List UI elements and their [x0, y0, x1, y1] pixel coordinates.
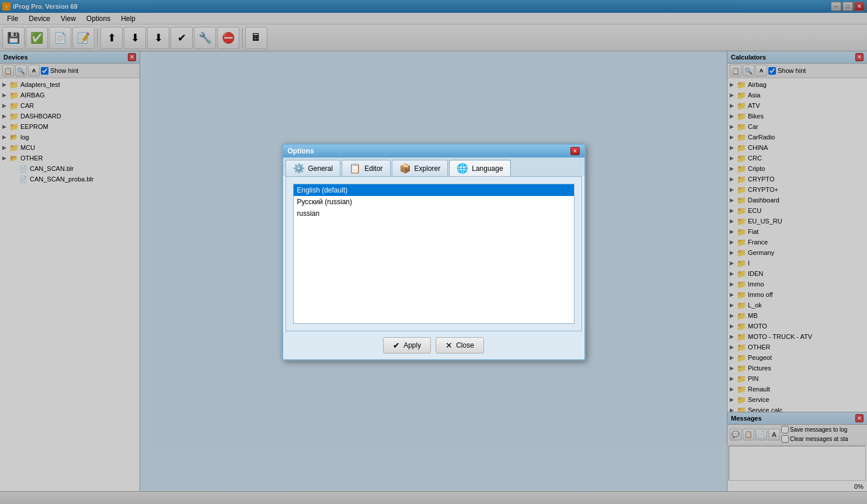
tab-editor-label: Editor: [364, 164, 382, 173]
apply-icon: ✔: [393, 341, 400, 350]
apply-label: Apply: [403, 341, 421, 349]
options-dialog: Options ✕ ⚙️ General 📋 Editor 📦 Explorer…: [282, 144, 586, 360]
explorer-tab-icon: 📦: [399, 163, 411, 174]
options-close-button[interactable]: ✕: [570, 147, 580, 155]
tab-general[interactable]: ⚙️ General: [285, 160, 341, 176]
tab-language-label: Language: [472, 164, 503, 173]
options-title-bar: Options ✕: [283, 145, 584, 158]
close-dialog-button[interactable]: ✕ Close: [436, 337, 484, 354]
close-icon: ✕: [445, 341, 452, 350]
tab-editor[interactable]: 📋 Editor: [342, 160, 390, 176]
options-modal-overlay: Options ✕ ⚙️ General 📋 Editor 📦 Explorer…: [0, 0, 867, 504]
lang-english[interactable]: English (default): [294, 184, 574, 196]
options-title: Options: [288, 147, 314, 155]
tab-explorer[interactable]: 📦 Explorer: [392, 160, 448, 176]
options-tabs: ⚙️ General 📋 Editor 📦 Explorer 🌐 Languag…: [283, 158, 584, 176]
language-tab-icon: 🌐: [457, 163, 468, 174]
tab-general-label: General: [308, 164, 333, 173]
apply-button[interactable]: ✔ Apply: [383, 337, 431, 354]
options-content: English (default) Русский (russian) russ…: [285, 176, 582, 331]
tab-explorer-label: Explorer: [415, 164, 441, 173]
options-footer: ✔ Apply ✕ Close: [283, 331, 584, 359]
lang-russian-alt[interactable]: russian: [294, 208, 574, 219]
lang-russian[interactable]: Русский (russian): [294, 196, 574, 208]
language-list[interactable]: English (default) Русский (russian) russ…: [293, 184, 574, 324]
editor-tab-icon: 📋: [349, 163, 361, 174]
close-label: Close: [456, 341, 474, 349]
tab-language[interactable]: 🌐 Language: [449, 160, 510, 176]
general-tab-icon: ⚙️: [293, 163, 305, 174]
